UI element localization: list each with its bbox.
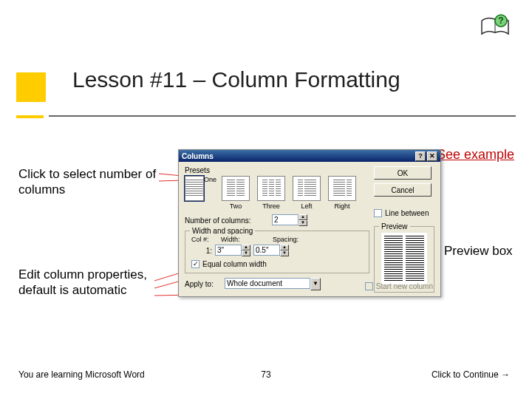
chevron-down-icon[interactable]: ▼ (242, 250, 250, 256)
preset-label: Left (291, 202, 322, 210)
help-button[interactable]: ? (415, 151, 426, 161)
chevron-up-icon[interactable]: ▲ (280, 245, 289, 250)
ws-col-number: 1: (191, 247, 212, 255)
num-columns-input[interactable] (272, 214, 299, 225)
width-spinner[interactable]: ▲▼ (215, 245, 250, 256)
svg-text:?: ? (498, 16, 503, 26)
preview-legend: Preview (379, 222, 410, 231)
help-book-icon: ? (479, 13, 511, 41)
preset-three[interactable]: Three (256, 176, 287, 210)
equal-width-checkbox[interactable]: ✓ Equal column width (191, 260, 267, 268)
checkbox-icon (365, 282, 373, 290)
start-new-column-label: Start new column (376, 282, 433, 290)
preview-sample (381, 233, 427, 284)
click-to-continue[interactable]: Click to Continue → (432, 369, 510, 380)
slide: ? Lesson #11 – Column Formatting Click t… (0, 0, 532, 399)
start-new-column-checkbox: Start new column (365, 282, 433, 290)
spacing-input[interactable] (253, 245, 280, 256)
preset-label: Right (327, 202, 358, 210)
width-spacing-legend: Width and spacing (190, 227, 255, 235)
caption-preview-box: Preview box (444, 243, 518, 259)
title-bullet (16, 72, 46, 102)
line-between-label: Line between (385, 209, 429, 217)
apply-to-select[interactable]: ▼ (225, 278, 321, 290)
preset-left[interactable]: Left (291, 176, 322, 210)
preset-label: Two (220, 202, 251, 210)
chevron-down-icon[interactable]: ▼ (299, 220, 307, 226)
checkbox-icon (374, 209, 382, 217)
preset-right[interactable]: Right (327, 176, 358, 210)
title-rule (16, 115, 516, 118)
apply-to-value[interactable] (225, 278, 310, 289)
chevron-up-icon[interactable]: ▲ (299, 214, 307, 220)
close-button[interactable]: ✕ (427, 151, 437, 161)
line-between-checkbox[interactable]: Line between (374, 209, 429, 217)
cancel-button[interactable]: Cancel (374, 183, 432, 197)
preset-label: Three (256, 202, 287, 210)
chevron-up-icon[interactable]: ▲ (242, 245, 250, 250)
caption-select-columns: Click to select number of columns (18, 166, 163, 198)
width-input[interactable] (215, 245, 242, 256)
chevron-down-icon[interactable]: ▼ (310, 278, 321, 290)
num-columns-spinner[interactable]: ▲▼ (272, 214, 307, 226)
preset-one[interactable]: One (185, 176, 216, 210)
equal-width-label: Equal column width (202, 260, 267, 268)
preset-two[interactable]: Two (220, 176, 251, 210)
chevron-down-icon[interactable]: ▼ (280, 250, 289, 256)
num-columns-label: Number of columns: (185, 216, 267, 225)
spacing-spinner[interactable]: ▲▼ (253, 245, 289, 256)
spacing-header: Spacing: (273, 236, 324, 243)
width-spacing-group: Width and spacing Col #: Width: Spacing:… (185, 231, 369, 273)
apply-to-label: Apply to: (185, 280, 220, 288)
checkbox-icon: ✓ (191, 260, 200, 268)
slide-title: Lesson #11 – Column Formatting (72, 67, 400, 92)
ws-row: 1: ▲▼ ▲▼ (191, 245, 364, 256)
see-example-link[interactable]: See example (437, 147, 514, 163)
ok-button[interactable]: OK (374, 166, 432, 180)
caption-edit-properties: Edit column properties, default is autom… (18, 267, 163, 299)
preset-label: One (204, 176, 216, 210)
title-area: Lesson #11 – Column Formatting (16, 58, 400, 102)
dialog-titlebar[interactable]: Columns ? ✕ (179, 150, 440, 162)
col-header: Col #: (191, 236, 221, 243)
width-header: Width: (221, 236, 273, 243)
dialog-title-text: Columns (182, 152, 214, 160)
columns-dialog: Columns ? ✕ OK Cancel Line between Previ… (178, 149, 441, 297)
